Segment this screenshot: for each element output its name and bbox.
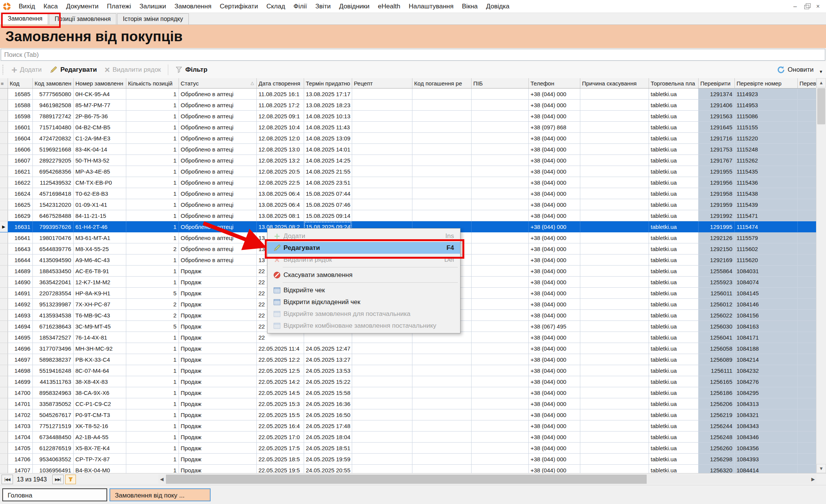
column-header-Код замовлен[interactable]: Код замовлен bbox=[32, 78, 73, 89]
filter-button[interactable]: Фільтр bbox=[171, 63, 211, 76]
table-row[interactable]: 166221125439532CM-TX-EB-P01Оброблено в а… bbox=[0, 177, 816, 188]
cell-Рецепт bbox=[352, 465, 412, 473]
column-header-Рецепт[interactable]: Рецепт bbox=[352, 78, 412, 89]
column-header-Перевірт[interactable]: Перевірт bbox=[797, 78, 816, 89]
scroll-down-icon[interactable]: ▼ bbox=[816, 464, 826, 473]
taskbar-button-Головна[interactable]: Головна bbox=[2, 488, 107, 501]
column-header-Статус[interactable]: Статус△ bbox=[179, 78, 256, 89]
minimize-button[interactable]: – bbox=[789, 2, 801, 11]
menu-item-Каса[interactable]: Каса bbox=[39, 3, 62, 10]
table-row[interactable]: 147071036956491B4-BX-04-M01Продаж22.05.2… bbox=[0, 465, 816, 473]
menu-item-Довідники[interactable]: Довідники bbox=[335, 3, 374, 10]
menu-item-Сертифікати[interactable]: Сертифікати bbox=[216, 3, 262, 10]
cell-Телефон: +38 (044) 000 bbox=[528, 310, 580, 321]
menu-item-Залишки[interactable]: Залишки bbox=[135, 3, 171, 10]
cell-Код: 14699 bbox=[8, 376, 32, 387]
tab-Позиції замовлення[interactable]: Позиції замовлення bbox=[49, 13, 116, 24]
table-row[interactable]: 16625154231202001-09-X1-411Оброблено в а… bbox=[0, 199, 816, 210]
vertical-scrollbar[interactable]: ▲ ▼ bbox=[816, 78, 826, 473]
last-page-button[interactable]: ▶▶| bbox=[52, 475, 64, 484]
cell-Телефон: +38 (044) 000 bbox=[528, 465, 580, 473]
horizontal-scrollbar[interactable]: ◀ ▶ bbox=[158, 475, 816, 484]
cell-Перевірт bbox=[797, 299, 816, 310]
table-row[interactable]: 16606519692166883-4K-04-141Оброблено в а… bbox=[0, 144, 816, 155]
refresh-button[interactable]: Оновити bbox=[773, 63, 818, 76]
table-row[interactable]: 16629646752848884-11-21-151Оброблено в а… bbox=[0, 210, 816, 221]
horizontal-scrollbar-thumb[interactable] bbox=[166, 475, 647, 484]
table-row[interactable]: 16588946198250885-M7-PM-771Оброблено в а… bbox=[0, 100, 816, 111]
cell-ПІБ bbox=[471, 89, 528, 100]
scroll-right-icon[interactable]: ▶ bbox=[810, 475, 816, 484]
table-row[interactable]: 16601715714048004-B2-CM-B51Оброблено в а… bbox=[0, 122, 816, 133]
table-row[interactable]: 1469855194162488C-07-M4-641Продаж22.05.2… bbox=[0, 365, 816, 376]
cell-Дата створення: 13.08.2025 08:1 bbox=[256, 210, 304, 221]
menu-item-Філії[interactable]: Філії bbox=[289, 3, 311, 10]
toolbar: + Додати Редагувати × Видалити рядок Ф bbox=[0, 61, 826, 79]
menu-item-Налаштування[interactable]: Налаштування bbox=[404, 3, 458, 10]
vertical-scrollbar-thumb[interactable] bbox=[817, 88, 825, 124]
menu-item-Документи[interactable]: Документи bbox=[62, 3, 103, 10]
search-input[interactable] bbox=[1, 49, 825, 61]
context-menu-item-Відкрити відкладений чек[interactable]: Відкрити відкладений чек bbox=[267, 296, 460, 308]
edit-button[interactable]: Редагувати bbox=[45, 63, 101, 76]
tab-Замовлення[interactable]: Замовлення bbox=[2, 13, 48, 24]
scroll-up-icon[interactable]: ▲ bbox=[816, 78, 826, 87]
menu-item-Платежі[interactable]: Платежі bbox=[103, 3, 135, 10]
cell-Торговельна пла: tabletki.ua bbox=[649, 454, 698, 465]
menu-item-eHealth[interactable]: eHealth bbox=[374, 3, 405, 10]
menu-item-Довідка[interactable]: Довідка bbox=[482, 3, 514, 10]
context-menu-item-Відкрийте чек[interactable]: Відкрийте чек bbox=[267, 284, 460, 296]
restore-button[interactable] bbox=[801, 2, 812, 11]
table-row[interactable]: 166044724720832C1-2A-9M-E31Оброблено в а… bbox=[0, 133, 816, 144]
pager-filter-button[interactable] bbox=[65, 475, 76, 484]
menu-item-Замовлення[interactable]: Замовлення bbox=[170, 3, 216, 10]
table-row[interactable]: 147013358735052CC-P1-C9-C21Продаж22.05.2… bbox=[0, 398, 816, 409]
scroll-left-icon[interactable]: ◀ bbox=[158, 475, 165, 484]
toolbar-grip-handle[interactable] bbox=[2, 65, 5, 75]
table-row[interactable]: 147056122876519X5-BX-7E-K41Продаж22.05.2… bbox=[0, 443, 816, 454]
table-row[interactable]: 14699441351176338-X8-4X-831Продаж22.05.2… bbox=[0, 376, 816, 387]
column-header-Термін придатно[interactable]: Термін придатно bbox=[304, 78, 352, 89]
column-header-Торговельна пла[interactable]: Торговельна пла bbox=[649, 78, 698, 89]
table-row[interactable]: 16607289227920550-TH-M3-521Оброблено в а… bbox=[0, 155, 816, 166]
cell-Перевірте номер: 1115579 bbox=[734, 232, 797, 243]
table-row[interactable]: 1659878891727422P-B6-75-361Оброблено в а… bbox=[0, 111, 816, 122]
column-header-Код[interactable]: Код bbox=[8, 78, 32, 89]
column-header-Код погашення ре[interactable]: Код погашення ре bbox=[412, 78, 471, 89]
table-row[interactable]: 146975898238237PB-KX-33-C41Продаж22.05.2… bbox=[0, 354, 816, 365]
row-indicator bbox=[0, 100, 8, 111]
table-row[interactable]: 146963177073496MH-3H-MC-921Продаж22.05.2… bbox=[0, 343, 816, 354]
column-header-Причина скасування[interactable]: Причина скасування bbox=[580, 78, 649, 89]
table-row[interactable]: 147069534063552CP-TP-7X-871Продаж22.05.2… bbox=[0, 454, 816, 465]
menu-item-Склад[interactable]: Склад bbox=[262, 3, 289, 10]
cell-Статус: Продаж bbox=[179, 343, 256, 354]
chevron-down-icon[interactable]: ▾ bbox=[820, 69, 822, 74]
table-row[interactable]: 147025045267617P0-9T-CM-T31Продаж22.05.2… bbox=[0, 409, 816, 420]
cell-Код погашення ре bbox=[412, 133, 471, 144]
context-menu-item-Скасувати замовлення[interactable]: Скасувати замовлення bbox=[267, 269, 460, 281]
context-menu-item-Редагувати[interactable]: РедагуватиF4 bbox=[267, 242, 460, 254]
table-row[interactable]: 14700895832496338-CA-9X-X61Продаж22.05.2… bbox=[0, 387, 816, 398]
table-row[interactable]: 166216954268356MP-A3-4E-851Оброблено в а… bbox=[0, 166, 816, 177]
table-row[interactable]: 147037751271519XK-T8-52-161Продаж22.05.2… bbox=[0, 420, 816, 432]
column-header-Перевірити[interactable]: Перевірити bbox=[698, 78, 734, 89]
column-header-Телефон[interactable]: Телефон bbox=[528, 78, 580, 89]
first-page-button[interactable]: |◀◀ bbox=[2, 475, 13, 484]
menu-item-Звіти[interactable]: Звіти bbox=[311, 3, 335, 10]
column-header-Номер замовленн[interactable]: Номер замовленн bbox=[73, 78, 126, 89]
column-header-ПІБ[interactable]: ПІБ bbox=[471, 78, 528, 89]
cell-Дата створення: 22.05.2025 17:5 bbox=[256, 443, 304, 454]
table-row[interactable]: 166244571698418T0-62-E8-B31Оброблено в а… bbox=[0, 188, 816, 199]
column-header-Дата створення[interactable]: Дата створення bbox=[256, 78, 304, 89]
taskbar-button-Замовлення від поку ...[interactable]: Замовлення від поку ... bbox=[109, 488, 211, 501]
column-header-Перевірте номер[interactable]: Перевірте номер bbox=[734, 78, 797, 89]
close-button[interactable]: × bbox=[812, 2, 824, 11]
table-row[interactable]: 1658557775650800H-CK-95-A41Оброблено в а… bbox=[0, 89, 816, 100]
menu-item-Вікна[interactable]: Вікна bbox=[458, 3, 482, 10]
menu-item-Вихід[interactable]: Вихід bbox=[14, 3, 39, 10]
table-row[interactable]: 147046734488450A2-1B-A4-551Продаж22.05.2… bbox=[0, 432, 816, 443]
tab-Історія зміни порядку[interactable]: Історія зміни порядку bbox=[117, 13, 189, 24]
cell-Статус: Продаж bbox=[179, 409, 256, 420]
column-header-Кількість позицій[interactable]: Кількість позицій bbox=[126, 78, 179, 89]
cell-Рецепт bbox=[352, 343, 412, 354]
